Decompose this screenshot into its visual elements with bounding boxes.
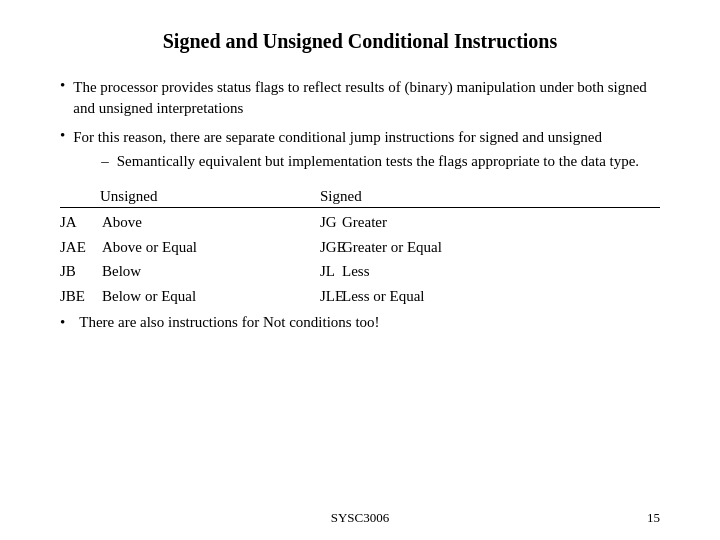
sub-bullet-1: – Semantically equivalent but implementa… [101, 153, 660, 170]
table-row: JA Above JG Greater [60, 210, 660, 235]
bullet-text-1: The processor provides status flags to r… [73, 77, 660, 119]
table-row: JB Below JL Less [60, 259, 660, 284]
desc-u-2: Below [102, 260, 300, 283]
table-row: JAE Above or Equal JGE Greater or Equal [60, 235, 660, 260]
desc-u-3: Below or Equal [102, 285, 300, 308]
signed-header: Signed [300, 188, 660, 205]
desc-s-1: Greater or Equal [342, 236, 660, 259]
footer: SYSC3006 15 [0, 510, 720, 526]
bullet-dot-1: • [60, 77, 65, 94]
bullet-list: • The processor provides status flags to… [60, 77, 660, 170]
table-header: Unsigned Signed [60, 188, 660, 208]
bullet-dot-2: • [60, 127, 65, 144]
sub-dash-1: – [101, 153, 109, 170]
comparison-table: Unsigned Signed JA Above JG Greater JAE … [60, 188, 660, 331]
abbr-s-0: JG [300, 211, 342, 234]
desc-s-3: Less or Equal [342, 285, 660, 308]
abbr-s-3: JLE [300, 285, 342, 308]
note-bullet-dot: • [60, 314, 65, 331]
desc-u-0: Above [102, 211, 300, 234]
table-body: JA Above JG Greater JAE Above or Equal J… [60, 210, 660, 308]
abbr-s-1: JGE [300, 236, 342, 259]
sub-bullet-text-1: Semantically equivalent but implementati… [117, 153, 639, 170]
footer-course: SYSC3006 [331, 510, 390, 526]
abbr-s-2: JL [300, 260, 342, 283]
bullet-2: • For this reason, there are separate co… [60, 127, 660, 170]
desc-u-1: Above or Equal [102, 236, 300, 259]
slide-title: Signed and Unsigned Conditional Instruct… [60, 30, 660, 53]
bullet-1: • The processor provides status flags to… [60, 77, 660, 119]
footer-page: 15 [647, 510, 660, 526]
bullet-text-2: For this reason, there are separate cond… [73, 129, 602, 145]
abbr-u-2: JB [60, 260, 102, 283]
slide: Signed and Unsigned Conditional Instruct… [0, 0, 720, 540]
note-bullet: • There are also instructions for Not co… [60, 314, 660, 331]
note-text: There are also instructions for Not cond… [79, 314, 379, 331]
unsigned-header: Unsigned [60, 188, 300, 205]
table-row: JBE Below or Equal JLE Less or Equal [60, 284, 660, 309]
abbr-u-3: JBE [60, 285, 102, 308]
desc-s-2: Less [342, 260, 660, 283]
abbr-u-0: JA [60, 211, 102, 234]
abbr-u-1: JAE [60, 236, 102, 259]
desc-s-0: Greater [342, 211, 660, 234]
